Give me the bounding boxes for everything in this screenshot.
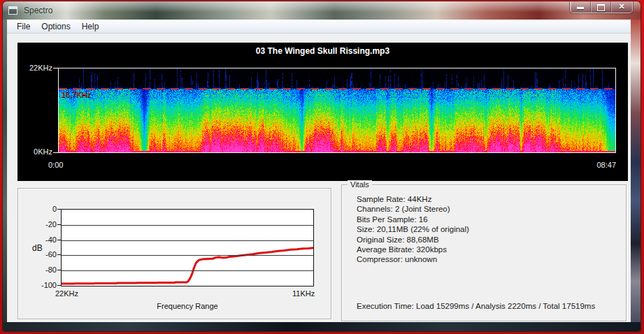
- title-bar[interactable]: Spectro ✕: [3, 1, 641, 20]
- vitals-line: Average Bitrate: 320kbps: [357, 245, 469, 254]
- frequency-chart-panel: dB 22KHz 11KHz Frequency Range 0-20-40-6…: [17, 188, 331, 319]
- freq-axis-top-label: 22KHz: [22, 64, 52, 72]
- cutoff-dashed-line: [59, 88, 615, 89]
- vitals-line: Sample Rate: 44KHz: [357, 194, 469, 204]
- y-tick-label: -60: [31, 250, 57, 259]
- gridline: [62, 255, 313, 256]
- y-tick-label: -100: [31, 281, 57, 289]
- close-button[interactable]: ✕: [611, 1, 632, 13]
- spectrogram-title: 03 The Winged Skull Rissing.mp3: [17, 46, 628, 56]
- caption-buttons: ✕: [570, 1, 633, 13]
- vitals-lines: Sample Rate: 44KHzChannels: 2 (Joint Ste…: [357, 194, 469, 265]
- y-tick-mark: [57, 254, 61, 255]
- menu-item-help[interactable]: Help: [76, 20, 105, 33]
- vitals-line: Bits Per Sample: 16: [357, 215, 469, 224]
- gridline: [62, 225, 313, 226]
- spectrogram-panel: 03 The Winged Skull Rissing.mp3 22KHz 0K…: [17, 43, 628, 181]
- y-tick-mark: [57, 285, 61, 286]
- window-border-bottom: [3, 322, 641, 331]
- x-axis-title: Frequency Range: [61, 302, 314, 310]
- y-tick-mark: [57, 270, 61, 270]
- y-tick-mark: [57, 224, 61, 225]
- time-end-label: 08:47: [585, 161, 616, 169]
- y-tick-label: -80: [31, 266, 57, 274]
- menu-item-file[interactable]: File: [11, 20, 36, 33]
- gridline: [62, 270, 313, 271]
- app-window: Spectro ✕ FileOptionsHelp 03 The Winged …: [3, 1, 641, 331]
- window-body: FileOptionsHelp 03 The Winged Skull Riss…: [7, 20, 631, 322]
- menu-item-options[interactable]: Options: [36, 20, 76, 33]
- x-axis-right-label: 11KHz: [292, 289, 315, 298]
- frequency-response-line: [62, 210, 313, 286]
- y-tick-label: -20: [31, 220, 57, 228]
- menu-bar: FileOptionsHelp: [7, 20, 631, 34]
- vitals-line: Compressor: unknown: [357, 254, 469, 264]
- y-tick-mark: [57, 209, 61, 210]
- frequency-chart-plot: [61, 209, 314, 286]
- close-icon: ✕: [611, 2, 632, 11]
- spectrogram-plot[interactable]: 16,7KHz: [58, 68, 616, 153]
- window-title: Spectro: [24, 6, 52, 15]
- y-tick-label: 0: [31, 205, 57, 213]
- y-tick-label: -40: [31, 235, 57, 244]
- vitals-legend: Vitals: [348, 180, 372, 189]
- time-start-label: 0:00: [48, 161, 63, 169]
- client-area: 03 The Winged Skull Rissing.mp3 22KHz 0K…: [7, 34, 631, 322]
- maximize-button[interactable]: [591, 1, 611, 13]
- vitals-line: Size: 20,11MB (22% of original): [357, 224, 469, 234]
- gridline: [62, 240, 313, 241]
- vitals-line: Channels: 2 (Joint Stereo): [357, 204, 469, 214]
- freq-axis-tick-bottom: [53, 152, 58, 153]
- window-border-right: [631, 20, 641, 331]
- minimize-icon: [577, 7, 584, 9]
- execution-time-line: Execution Time: Load 15299ms / Analysis …: [357, 302, 595, 310]
- cutoff-label: 16,7KHz: [61, 90, 90, 99]
- vitals-line: Original Size: 88,68MB: [357, 235, 469, 245]
- x-axis-left-label: 22KHz: [55, 289, 78, 298]
- spectrogram-canvas: [59, 68, 615, 152]
- vitals-groupbox: Vitals Sample Rate: 44KHzChannels: 2 (Jo…: [341, 184, 627, 321]
- freq-axis-bottom-label: 0KHz: [22, 147, 52, 156]
- y-tick-mark: [57, 240, 61, 240]
- minimize-button[interactable]: [571, 1, 591, 13]
- freq-axis-tick-top: [53, 68, 58, 68]
- app-icon: [8, 6, 17, 15]
- maximize-icon: [597, 4, 605, 11]
